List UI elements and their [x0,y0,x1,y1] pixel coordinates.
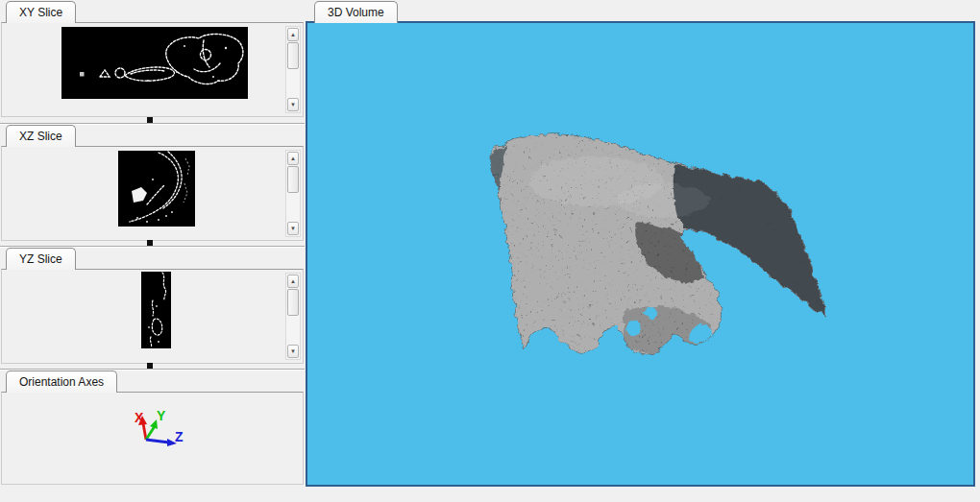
scroll-up-button[interactable]: ▲ [287,28,299,41]
panel-splitter-grip[interactable] [147,240,153,246]
tab-xy-slice[interactable]: XY Slice [6,1,76,23]
tab-yz-slice[interactable]: YZ Slice [6,248,76,270]
tab-3d-volume[interactable]: 3D Volume [314,1,398,23]
z-axis-line [146,440,169,442]
xy-slice-image [61,27,248,99]
xz-slice-scrollbar[interactable]: ▲ ▼ [285,150,301,237]
scroll-up-icon: ▲ [290,155,296,161]
x-axis-line [143,423,146,440]
panel-splitter[interactable] [0,369,305,370]
tab-orientation-axes[interactable]: Orientation Axes [6,371,117,393]
x-axis-label: X [135,410,144,425]
yz-slice-image [141,272,171,348]
tab-yz-slice-label: YZ Slice [19,252,62,266]
tab-xz-slice-label: XZ Slice [19,130,62,143]
volume-isosurface [476,124,841,364]
tab-3d-volume-label: 3D Volume [328,6,384,19]
z-axis-label: Z [175,429,184,444]
panel-splitter[interactable] [0,246,305,247]
y-axis-label: Y [157,408,166,423]
app-window: XY Slice ▲ ▼ XZ Slice [0,0,980,502]
scroll-down-icon: ▼ [290,226,296,231]
xz-slice-image [118,151,195,227]
scroll-down-icon: ▼ [290,348,296,354]
orientation-axes-figure: X Y Z [121,399,198,457]
tab-xz-slice[interactable]: XZ Slice [6,125,76,147]
scroll-down-button[interactable]: ▼ [287,345,299,358]
tab-orientation-axes-label: Orientation Axes [19,375,104,389]
scrollbar-thumb[interactable] [287,166,299,193]
panel-splitter[interactable] [0,123,305,124]
scroll-up-icon: ▲ [290,32,296,37]
scroll-up-icon: ▲ [290,278,296,284]
tab-xy-slice-label: XY Slice [19,6,62,19]
scroll-up-button[interactable]: ▲ [287,152,299,165]
panel-splitter-grip[interactable] [147,363,153,369]
scroll-down-icon: ▼ [290,102,296,108]
scrollbar-thumb[interactable] [287,42,299,69]
yz-slice-scrollbar[interactable]: ▲ ▼ [285,273,301,360]
y-axis-line [146,426,155,440]
scroll-down-button[interactable]: ▼ [287,222,299,235]
scroll-up-button[interactable]: ▲ [287,275,299,288]
xy-slice-scrollbar[interactable]: ▲ ▼ [285,26,301,113]
volume-3d-rendering [307,23,973,485]
scrollbar-thumb[interactable] [287,289,299,316]
panel-splitter-grip[interactable] [147,117,153,123]
scroll-down-button[interactable]: ▼ [287,98,299,111]
